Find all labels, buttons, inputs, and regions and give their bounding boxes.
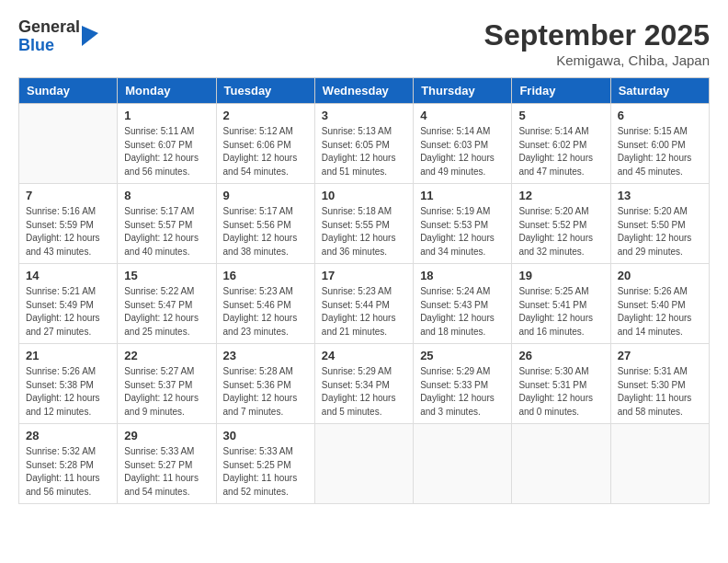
day-info: Sunrise: 5:23 AM Sunset: 5:44 PM Dayligh… [322,285,406,339]
day-number: 15 [124,269,209,282]
calendar-day-cell: 9Sunrise: 5:17 AM Sunset: 5:56 PM Daylig… [216,184,314,264]
day-number: 16 [223,269,308,282]
calendar-week-row: 21Sunrise: 5:26 AM Sunset: 5:38 PM Dayli… [19,344,710,424]
calendar-table: SundayMondayTuesdayWednesdayThursdayFrid… [18,77,710,504]
calendar-week-row: 14Sunrise: 5:21 AM Sunset: 5:49 PM Dayli… [19,264,710,344]
day-number: 12 [518,189,603,202]
day-number: 21 [26,349,110,362]
day-number: 22 [124,349,209,362]
day-number: 4 [420,109,505,122]
logo: General Blue [18,18,98,55]
day-number: 30 [223,429,308,442]
day-number: 29 [124,429,209,442]
calendar-day-cell: 5Sunrise: 5:14 AM Sunset: 6:02 PM Daylig… [512,104,610,184]
calendar-week-row: 1Sunrise: 5:11 AM Sunset: 6:07 PM Daylig… [19,104,710,184]
calendar-day-cell: 19Sunrise: 5:25 AM Sunset: 5:41 PM Dayli… [512,264,610,344]
calendar-week-row: 7Sunrise: 5:16 AM Sunset: 5:59 PM Daylig… [19,184,710,264]
day-number: 2 [223,109,308,122]
day-info: Sunrise: 5:14 AM Sunset: 6:02 PM Dayligh… [518,125,603,178]
day-number: 13 [618,189,702,202]
month-title: September 2025 [484,18,710,52]
day-number: 5 [518,109,603,122]
day-number: 11 [420,189,505,202]
title-block: September 2025 Kemigawa, Chiba, Japan [484,18,710,68]
calendar-day-cell [19,104,118,184]
calendar-day-cell: 11Sunrise: 5:19 AM Sunset: 5:53 PM Dayli… [414,184,512,264]
day-info: Sunrise: 5:22 AM Sunset: 5:47 PM Dayligh… [124,285,209,339]
day-info: Sunrise: 5:19 AM Sunset: 5:53 PM Dayligh… [420,205,505,259]
calendar-day-cell: 7Sunrise: 5:16 AM Sunset: 5:59 PM Daylig… [19,184,118,264]
weekday-header: Sunday [19,78,118,104]
day-number: 18 [420,269,505,282]
day-number: 10 [322,189,406,202]
day-info: Sunrise: 5:30 AM Sunset: 5:31 PM Dayligh… [518,365,603,419]
day-info: Sunrise: 5:11 AM Sunset: 6:07 PM Dayligh… [124,125,209,178]
svg-marker-0 [82,26,98,46]
day-number: 7 [26,189,110,202]
calendar-day-cell [512,424,610,504]
calendar-day-cell: 18Sunrise: 5:24 AM Sunset: 5:43 PM Dayli… [414,264,512,344]
page-header: General Blue September 2025 Kemigawa, Ch… [18,18,710,68]
day-info: Sunrise: 5:17 AM Sunset: 5:57 PM Dayligh… [124,205,209,259]
calendar-day-cell: 1Sunrise: 5:11 AM Sunset: 6:07 PM Daylig… [118,104,216,184]
day-info: Sunrise: 5:27 AM Sunset: 5:37 PM Dayligh… [124,365,209,419]
weekday-header: Wednesday [314,78,413,104]
day-info: Sunrise: 5:24 AM Sunset: 5:43 PM Dayligh… [420,285,505,339]
weekday-header: Saturday [610,78,709,104]
day-number: 25 [420,349,505,362]
calendar-day-cell: 26Sunrise: 5:30 AM Sunset: 5:31 PM Dayli… [512,344,610,424]
calendar-day-cell: 17Sunrise: 5:23 AM Sunset: 5:44 PM Dayli… [314,264,413,344]
day-info: Sunrise: 5:14 AM Sunset: 6:03 PM Dayligh… [420,125,505,178]
calendar-day-cell [314,424,413,504]
day-info: Sunrise: 5:20 AM Sunset: 5:50 PM Dayligh… [618,205,702,259]
day-info: Sunrise: 5:18 AM Sunset: 5:55 PM Dayligh… [322,205,406,259]
calendar-day-cell: 15Sunrise: 5:22 AM Sunset: 5:47 PM Dayli… [118,264,216,344]
day-number: 19 [518,269,603,282]
day-info: Sunrise: 5:26 AM Sunset: 5:38 PM Dayligh… [26,365,110,419]
day-info: Sunrise: 5:21 AM Sunset: 5:49 PM Dayligh… [26,285,110,339]
calendar-day-cell: 16Sunrise: 5:23 AM Sunset: 5:46 PM Dayli… [216,264,314,344]
day-number: 20 [618,269,702,282]
calendar-day-cell: 12Sunrise: 5:20 AM Sunset: 5:52 PM Dayli… [512,184,610,264]
day-number: 8 [124,189,209,202]
calendar-day-cell: 14Sunrise: 5:21 AM Sunset: 5:49 PM Dayli… [19,264,118,344]
day-info: Sunrise: 5:16 AM Sunset: 5:59 PM Dayligh… [26,205,110,259]
day-info: Sunrise: 5:13 AM Sunset: 6:05 PM Dayligh… [322,125,406,178]
day-number: 24 [322,349,406,362]
logo-icon [82,26,98,46]
calendar-day-cell: 27Sunrise: 5:31 AM Sunset: 5:30 PM Dayli… [610,344,709,424]
calendar-day-cell: 3Sunrise: 5:13 AM Sunset: 6:05 PM Daylig… [314,104,413,184]
calendar-day-cell: 4Sunrise: 5:14 AM Sunset: 6:03 PM Daylig… [414,104,512,184]
calendar-day-cell: 10Sunrise: 5:18 AM Sunset: 5:55 PM Dayli… [314,184,413,264]
day-number: 6 [618,109,702,122]
day-number: 17 [322,269,406,282]
day-number: 28 [26,429,110,442]
calendar-day-cell [610,424,709,504]
weekday-header: Monday [118,78,216,104]
day-number: 23 [223,349,308,362]
day-info: Sunrise: 5:12 AM Sunset: 6:06 PM Dayligh… [223,125,308,178]
calendar-header-row: SundayMondayTuesdayWednesdayThursdayFrid… [19,78,710,104]
calendar-day-cell: 8Sunrise: 5:17 AM Sunset: 5:57 PM Daylig… [118,184,216,264]
calendar-day-cell: 29Sunrise: 5:33 AM Sunset: 5:27 PM Dayli… [118,424,216,504]
day-number: 14 [26,269,110,282]
day-info: Sunrise: 5:29 AM Sunset: 5:34 PM Dayligh… [322,365,406,419]
day-info: Sunrise: 5:17 AM Sunset: 5:56 PM Dayligh… [223,205,308,259]
calendar-day-cell: 24Sunrise: 5:29 AM Sunset: 5:34 PM Dayli… [314,344,413,424]
day-info: Sunrise: 5:26 AM Sunset: 5:40 PM Dayligh… [618,285,702,339]
calendar-day-cell: 21Sunrise: 5:26 AM Sunset: 5:38 PM Dayli… [19,344,118,424]
day-info: Sunrise: 5:33 AM Sunset: 5:25 PM Dayligh… [223,445,308,499]
calendar-day-cell: 13Sunrise: 5:20 AM Sunset: 5:50 PM Dayli… [610,184,709,264]
day-number: 26 [518,349,603,362]
calendar-day-cell: 2Sunrise: 5:12 AM Sunset: 6:06 PM Daylig… [216,104,314,184]
calendar-day-cell: 22Sunrise: 5:27 AM Sunset: 5:37 PM Dayli… [118,344,216,424]
calendar-day-cell: 6Sunrise: 5:15 AM Sunset: 6:00 PM Daylig… [610,104,709,184]
calendar-day-cell: 28Sunrise: 5:32 AM Sunset: 5:28 PM Dayli… [19,424,118,504]
location-subtitle: Kemigawa, Chiba, Japan [484,52,710,68]
logo-blue: Blue [18,37,80,55]
calendar-day-cell: 30Sunrise: 5:33 AM Sunset: 5:25 PM Dayli… [216,424,314,504]
day-info: Sunrise: 5:20 AM Sunset: 5:52 PM Dayligh… [518,205,603,259]
day-info: Sunrise: 5:23 AM Sunset: 5:46 PM Dayligh… [223,285,308,339]
day-info: Sunrise: 5:33 AM Sunset: 5:27 PM Dayligh… [124,445,209,499]
weekday-header: Tuesday [216,78,314,104]
